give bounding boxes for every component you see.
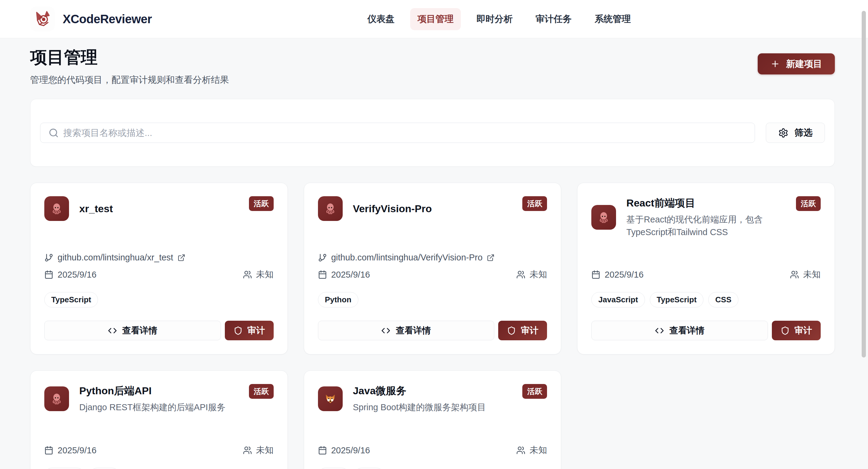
nav-item-system-admin[interactable]: 系统管理 [587, 8, 638, 30]
calendar-icon [44, 446, 53, 455]
new-project-label: 新建项目 [786, 58, 822, 70]
project-members: 未知 [530, 269, 547, 281]
audit-button[interactable]: 审计 [772, 321, 821, 340]
users-icon [243, 446, 252, 455]
project-name: VerifyVision-Pro [353, 203, 513, 215]
shield-icon [507, 326, 516, 335]
tag-pill: Python [318, 292, 358, 307]
users-icon [516, 446, 525, 455]
code-icon [381, 326, 390, 335]
project-date: 2025/9/16 [58, 445, 96, 456]
audit-label: 审计 [521, 324, 538, 337]
search-icon [49, 128, 59, 138]
octopus-avatar-icon [44, 386, 69, 411]
search-input[interactable] [40, 123, 755, 143]
repo-url: github.com/lintsinghua/VerifyVision-Pro [331, 253, 483, 262]
project-members: 未知 [256, 444, 274, 456]
view-details-button[interactable]: 查看详情 [44, 321, 221, 340]
project-card-xr-test: xr_test 活跃 github.com/lintsinghua/xr_tes… [30, 183, 288, 354]
tag-pill: TypeScript [44, 292, 98, 307]
nav-item-projects[interactable]: 项目管理 [410, 8, 461, 30]
users-icon [516, 270, 525, 279]
audit-label: 审计 [247, 324, 265, 337]
tag-pill: Python [44, 468, 85, 469]
project-date: 2025/9/16 [331, 270, 370, 280]
external-link-icon [178, 254, 185, 262]
page-scrollbar[interactable] [862, 11, 866, 357]
nav-item-instant-analysis[interactable]: 即时分析 [469, 8, 520, 30]
audit-button[interactable]: 审计 [225, 321, 274, 340]
calendar-icon [591, 270, 600, 279]
calendar-icon [318, 270, 327, 279]
view-details-label: 查看详情 [122, 324, 157, 337]
git-branch-icon [44, 253, 53, 262]
top-navbar: XCodeReviewer 仪表盘 项目管理 即时分析 审计任务 系统管理 [0, 0, 868, 38]
git-branch-icon [318, 253, 327, 262]
view-details-button[interactable]: 查看详情 [318, 321, 495, 340]
project-description: 基于React的现代化前端应用，包含TypeScript和Tailwind CS… [626, 213, 786, 239]
nav-item-dashboard[interactable]: 仪表盘 [360, 8, 402, 30]
octopus-avatar-icon [44, 196, 69, 221]
audit-button[interactable]: 审计 [498, 321, 547, 340]
view-details-button[interactable]: 查看详情 [591, 321, 768, 340]
users-icon [790, 270, 799, 279]
view-details-label: 查看详情 [670, 324, 704, 337]
brand[interactable]: XCodeReviewer [30, 7, 152, 31]
project-name: xr_test [79, 203, 239, 215]
tag-pill: SQL [90, 468, 119, 469]
project-date: 2025/9/16 [604, 270, 644, 280]
project-card-java-microservice: Java微服务 Spring Boot构建的微服务架构项目 活跃 2025/9/… [304, 370, 561, 469]
search-filter-panel: 筛选 [30, 99, 835, 167]
project-name: Java微服务 [353, 384, 513, 398]
fox-avatar-icon [318, 386, 343, 411]
project-card-python-backend: Python后端API Django REST框架构建的后端API服务 活跃 2… [30, 370, 288, 469]
project-members: 未知 [530, 444, 547, 456]
repo-link[interactable]: github.com/lintsinghua/xr_test [44, 253, 274, 269]
app-title: XCodeReviewer [63, 12, 152, 26]
filter-label: 筛选 [795, 127, 812, 139]
project-card-verifyvision-pro: VerifyVision-Pro 活跃 github.com/lintsingh… [304, 183, 561, 354]
calendar-icon [318, 446, 327, 455]
plus-icon [770, 59, 780, 69]
shield-icon [234, 326, 243, 335]
external-link-icon [487, 254, 495, 262]
code-icon [108, 326, 117, 335]
search-box [40, 123, 755, 143]
project-description: Spring Boot构建的微服务架构项目 [353, 401, 513, 413]
users-icon [243, 270, 252, 279]
octopus-avatar-icon [318, 196, 343, 221]
new-project-button[interactable]: 新建项目 [758, 53, 835, 74]
gear-icon [778, 128, 788, 138]
main-nav: 仪表盘 项目管理 即时分析 审计任务 系统管理 [360, 0, 638, 38]
status-badge: 活跃 [249, 384, 274, 399]
project-card-react-frontend: React前端项目 基于React的现代化前端应用，包含TypeScript和T… [577, 183, 835, 354]
project-name: Python后端API [79, 384, 239, 398]
project-members: 未知 [803, 269, 821, 281]
project-grid: xr_test 活跃 github.com/lintsinghua/xr_tes… [30, 183, 835, 469]
octopus-avatar-icon [591, 205, 616, 230]
status-badge: 活跃 [796, 196, 821, 211]
page-header: 项目管理 管理您的代码项目，配置审计规则和查看分析结果 新建项目 [30, 38, 835, 86]
audit-label: 审计 [795, 324, 812, 337]
calendar-icon [44, 270, 53, 279]
status-badge: 活跃 [522, 196, 547, 211]
page-subtitle: 管理您的代码项目，配置审计规则和查看分析结果 [30, 74, 229, 86]
code-icon [655, 326, 664, 335]
tag-pill: Java [318, 468, 349, 469]
status-badge: 活跃 [249, 196, 274, 211]
tag-pill: TypeScript [650, 292, 704, 307]
project-members: 未知 [256, 269, 274, 281]
repo-link[interactable]: github.com/lintsinghua/VerifyVision-Pro [318, 253, 547, 269]
filter-button[interactable]: 筛选 [766, 123, 825, 143]
tag-pill: XML [354, 468, 384, 469]
tag-pill: JavaScript [591, 292, 645, 307]
page-title: 项目管理 [30, 46, 229, 69]
status-badge: 活跃 [522, 384, 547, 399]
nav-item-audit-tasks[interactable]: 审计任务 [528, 8, 579, 30]
project-name: React前端项目 [626, 196, 786, 210]
project-description: Django REST框架构建的后端API服务 [79, 401, 239, 413]
tag-pill: CSS [708, 292, 738, 307]
shield-icon [781, 326, 789, 335]
view-details-label: 查看详情 [396, 324, 431, 337]
project-date: 2025/9/16 [331, 445, 370, 456]
